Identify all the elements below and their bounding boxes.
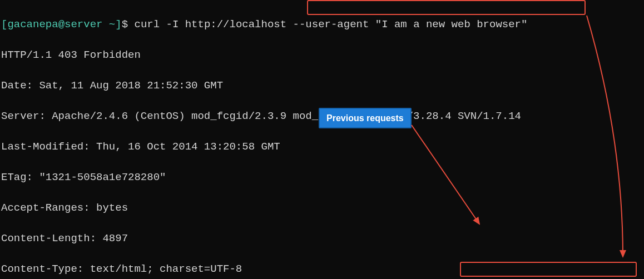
output-line: HTTP/1.1 403 Forbidden bbox=[1, 48, 643, 63]
output-line: Accept-Ranges: bytes bbox=[1, 201, 643, 216]
output-line: Content-Length: 4897 bbox=[1, 231, 643, 247]
command-line-1: [gacanepa@server ~]$ curl -I http://loca… bbox=[1, 17, 643, 33]
prompt-host: server bbox=[65, 18, 102, 31]
prompt-close-bracket: ] bbox=[115, 18, 121, 31]
prompt-open-bracket: [ bbox=[1, 18, 7, 31]
prompt-at: @ bbox=[58, 18, 65, 31]
command-text-part2: --user-agent "I am a new web browser" bbox=[293, 18, 528, 31]
annotation-label: Previous requests bbox=[319, 108, 412, 128]
prompt-path: ~ bbox=[102, 18, 115, 31]
prompt-symbol: $ bbox=[122, 18, 128, 31]
output-line: Date: Sat, 11 Aug 2018 21:52:30 GMT bbox=[1, 78, 643, 94]
output-line: ETag: "1321-5058a1e728280" bbox=[1, 170, 643, 186]
output-line: Content-Type: text/html; charset=UTF-8 bbox=[1, 262, 643, 277]
prompt-user: gacanepa bbox=[7, 18, 58, 31]
output-line: Last-Modified: Thu, 16 Oct 2014 13:20:58… bbox=[1, 140, 643, 155]
command-text-part1: curl -I http://localhost bbox=[128, 18, 293, 31]
top-terminal: [gacanepa@server ~]$ curl -I http://loca… bbox=[0, 0, 644, 279]
